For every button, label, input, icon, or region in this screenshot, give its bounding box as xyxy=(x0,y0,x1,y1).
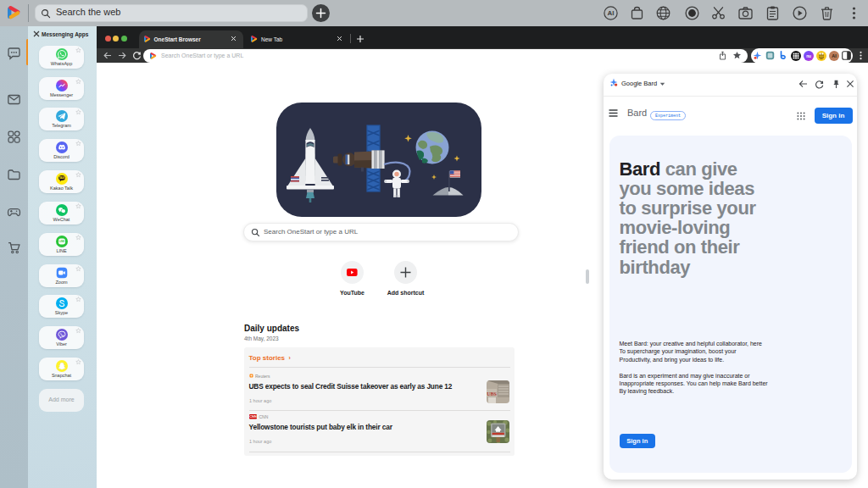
svg-text:AI: AI xyxy=(832,53,837,58)
svg-text:LINE: LINE xyxy=(58,240,64,243)
svg-text:CNN: CNN xyxy=(249,414,257,419)
svg-text:AI: AI xyxy=(608,9,615,17)
svg-text:nu: nu xyxy=(806,54,811,58)
svg-text:UBS: UBS xyxy=(487,391,497,396)
svg-text:TALK: TALK xyxy=(58,176,64,180)
